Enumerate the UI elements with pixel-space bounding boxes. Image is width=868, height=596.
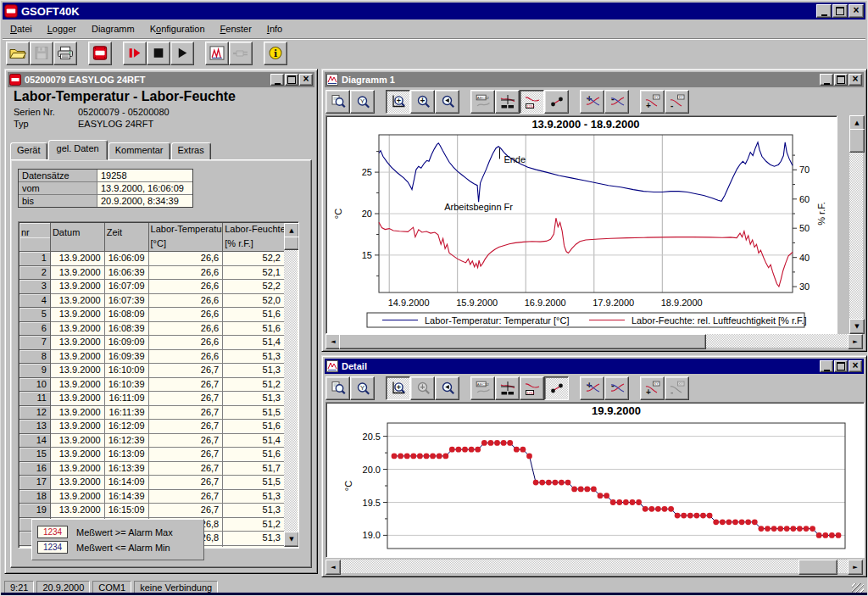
show-points-button[interactable] xyxy=(544,90,569,114)
tab-extras[interactable]: Extras xyxy=(171,142,211,160)
logger-device-button[interactable] xyxy=(88,42,112,65)
table-row[interactable]: 413.9.200016:07:3926,652,0 xyxy=(19,294,284,309)
horizontal-scrollbar[interactable]: ◄ ► xyxy=(326,560,863,573)
zoom-window-button[interactable]: + xyxy=(386,376,410,400)
add-xy-curve-button[interactable]: XY+ xyxy=(640,376,665,400)
table-row[interactable]: 1813.9.200016:14:3926,751,3 xyxy=(19,490,284,504)
scrollbar-thumb[interactable] xyxy=(798,560,837,575)
print-button[interactable] xyxy=(53,42,77,65)
zoom-y-axis-button[interactable]: Y xyxy=(350,90,375,114)
zoom-document-button[interactable] xyxy=(326,376,350,400)
horizontal-scrollbar[interactable]: ◄ ► xyxy=(326,334,863,348)
measure-values-button[interactable]: 1234 xyxy=(520,376,544,400)
add-curve-button[interactable]: + xyxy=(580,90,604,114)
save-file-button[interactable] xyxy=(30,42,53,65)
zoom-in-button[interactable]: + xyxy=(410,376,435,400)
close-button[interactable]: × xyxy=(849,4,864,18)
show-points-button[interactable] xyxy=(544,376,569,400)
maximize-button[interactable] xyxy=(285,74,298,86)
stop-button[interactable] xyxy=(147,42,170,65)
coordinate-crosshair-button[interactable] xyxy=(495,376,520,400)
add-xy-curve-button[interactable]: XY+ xyxy=(640,90,665,114)
menu-item-info[interactable]: Info xyxy=(259,22,290,36)
program-info-button[interactable]: i xyxy=(264,42,287,65)
zoom-previous-button[interactable] xyxy=(435,90,459,114)
tab-gerät[interactable]: Gerät xyxy=(10,142,47,160)
menu-item-datei[interactable]: Datei xyxy=(3,22,40,36)
diagram1-chart[interactable]: 13.9.2000 - 18.9.20001520253040506070°C%… xyxy=(326,115,837,334)
open-file-button[interactable] xyxy=(6,42,30,65)
column-header[interactable]: Labor-Feuchte xyxy=(223,223,284,237)
scrollbar-thumb[interactable] xyxy=(284,237,299,250)
serial-port-button[interactable] xyxy=(229,42,253,65)
remove-xy-curve-button[interactable]: XY- xyxy=(665,90,689,114)
tab-gel-daten[interactable]: gel. Daten xyxy=(48,140,108,160)
remove-curve-button[interactable]: - xyxy=(604,376,629,400)
table-row[interactable]: 313.9.200016:07:0926,652,2 xyxy=(19,280,284,294)
detail-chart[interactable]: 19.9.200019.019.520.020.5°C xyxy=(326,402,865,558)
remove-curve-button[interactable]: - xyxy=(604,90,629,114)
close-button[interactable]: × xyxy=(299,74,313,86)
vertical-scrollbar[interactable]: ▲ ▼ xyxy=(849,115,863,334)
scroll-right-button[interactable]: ► xyxy=(848,560,863,575)
scroll-right-button[interactable]: ► xyxy=(848,334,863,349)
table-row[interactable]: 1713.9.200016:14:0926,751,5 xyxy=(19,476,284,490)
scrollbar-thumb[interactable] xyxy=(849,129,865,153)
column-header[interactable]: Labor-Temperatur xyxy=(149,223,224,237)
table-row[interactable]: 213.9.200016:06:3926,652,1 xyxy=(19,266,284,281)
start-button[interactable] xyxy=(170,42,194,65)
table-row[interactable]: 1913.9.200016:15:0926,751,3 xyxy=(19,504,284,518)
table-row[interactable]: 1313.9.200016:12:0926,751,6 xyxy=(19,420,284,434)
table-row[interactable]: 1013.9.200016:10:3926,751,2 xyxy=(19,378,284,393)
curve-labels-button[interactable]: ABC12 xyxy=(470,376,495,400)
data-table[interactable]: nrDatumZeitLabor-TemperaturLabor-Feuchte… xyxy=(18,221,299,549)
table-cell: 13.9.2000 xyxy=(51,490,105,504)
menu-item-logger[interactable]: Logger xyxy=(40,22,84,36)
svg-text:20: 20 xyxy=(362,209,372,219)
table-row[interactable]: 913.9.200016:10:0926,751,3 xyxy=(19,364,284,378)
minimize-button[interactable] xyxy=(270,74,284,86)
minimize-button[interactable] xyxy=(820,74,833,86)
column-header[interactable]: nr xyxy=(19,223,51,237)
close-button[interactable]: × xyxy=(849,360,862,372)
menu-item-fenster[interactable]: Fenster xyxy=(213,22,259,36)
scroll-down-button[interactable]: ▼ xyxy=(284,532,299,547)
table-row[interactable]: 1413.9.200016:12:3926,751,4 xyxy=(19,434,284,448)
scrollbar-thumb[interactable] xyxy=(339,334,706,349)
maximize-button[interactable] xyxy=(834,74,848,86)
new-diagram-button[interactable] xyxy=(205,42,229,65)
tab-kommentar[interactable]: Kommentar xyxy=(108,142,170,160)
curve-labels-button[interactable]: ABC12 xyxy=(470,90,495,114)
add-curve-button[interactable]: + xyxy=(580,376,604,400)
table-row[interactable]: 1613.9.200016:13:3926,751,7 xyxy=(19,462,284,476)
table-row[interactable]: 813.9.200016:09:3926,651,3 xyxy=(19,350,284,365)
zoom-document-button[interactable] xyxy=(326,90,350,114)
zoom-previous-button[interactable] xyxy=(435,376,459,400)
maximize-button[interactable] xyxy=(834,360,848,372)
table-row[interactable]: 513.9.200016:08:0926,651,6 xyxy=(19,308,284,322)
close-button[interactable]: × xyxy=(849,74,862,86)
table-row[interactable]: 713.9.200016:09:0926,651,4 xyxy=(19,336,284,350)
table-row[interactable]: 1513.9.200016:13:0926,751,6 xyxy=(19,448,284,462)
table-row[interactable]: 113.9.200016:06:0926,652,2 xyxy=(19,252,284,266)
coordinate-crosshair-button[interactable] xyxy=(495,90,520,114)
table-row[interactable]: 1213.9.200016:11:3926,751,5 xyxy=(19,406,284,421)
scroll-down-button[interactable]: ▼ xyxy=(849,319,865,334)
table-row[interactable]: 1113.9.200016:11:0926,751,3 xyxy=(19,392,284,406)
column-header[interactable]: Datum xyxy=(51,223,105,237)
scroll-left-button[interactable]: ◄ xyxy=(326,560,341,575)
table-vertical-scrollbar[interactable]: ▲ ▼ xyxy=(284,223,298,547)
remove-xy-curve-button[interactable]: XY- xyxy=(665,376,689,400)
minimize-button[interactable] xyxy=(820,360,833,372)
menu-item-konfiguration[interactable]: Konfiguration xyxy=(142,22,213,36)
zoom-y-axis-button[interactable]: Y xyxy=(350,376,375,400)
column-header[interactable]: Zeit xyxy=(105,223,149,237)
measure-values-button[interactable]: 1234 xyxy=(520,90,544,114)
zoom-in-button[interactable]: + xyxy=(410,90,435,114)
zoom-window-button[interactable]: + xyxy=(386,90,410,114)
table-row[interactable]: 613.9.200016:08:3926,651,6 xyxy=(19,322,284,337)
maximize-button[interactable] xyxy=(832,4,848,18)
read-data-button[interactable] xyxy=(123,42,147,65)
minimize-button[interactable] xyxy=(816,4,832,18)
menu-item-diagramm[interactable]: Diagramm xyxy=(84,22,142,36)
